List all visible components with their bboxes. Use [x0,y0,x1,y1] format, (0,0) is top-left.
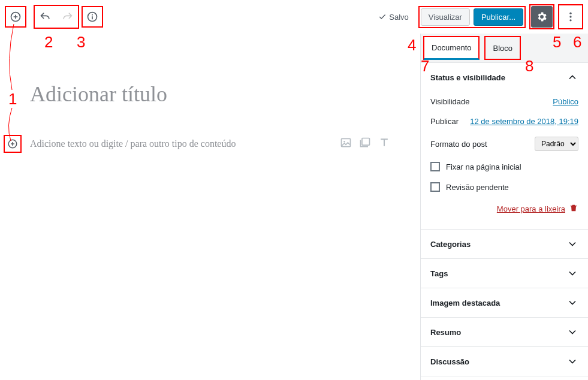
redo-icon [61,11,73,23]
panel-tags-header[interactable]: Tags [421,259,588,288]
gear-icon [536,11,548,23]
svg-point-5 [569,19,571,21]
inline-add-block-button[interactable] [4,135,22,153]
checkbox-icon [430,182,440,192]
more-options-button[interactable] [560,6,581,28]
publish-button[interactable]: Publicar... [474,8,523,26]
plus-circle-icon [7,138,18,149]
publish-date-row: Publicar 12 de setembro de 2018, 19:19 [430,111,578,131]
post-format-row: Formato do post Padrão [430,131,578,156]
trash-icon [569,203,578,215]
chevron-down-icon [566,297,578,309]
top-toolbar: Salvo Visualizar Publicar... [0,0,588,34]
trash-row: Mover para a lixeira [430,197,578,221]
svg-point-4 [569,16,571,17]
chevron-down-icon [566,326,578,338]
pending-label: Revisão pendente [446,183,509,192]
panel-excerpt: Resumo [421,318,588,347]
preview-button[interactable]: Visualizar [421,8,470,26]
default-block-row: Adicione texto ou digite / para outro ti… [30,137,390,150]
history-group [34,5,79,29]
checkbox-icon [430,162,440,171]
visibility-row: Visibilidade Público [430,92,578,111]
tab-document[interactable]: Documento [423,36,480,60]
save-status: Salvo [378,13,409,22]
editor-canvas: Adicionar título Adicione texto ou digit… [0,34,420,380]
panel-featured-title: Imagem destacada [430,298,500,307]
panel-categories-header[interactable]: Categorias [421,230,588,258]
image-block-icon[interactable] [340,137,352,150]
panel-tags-title: Tags [430,269,448,278]
panel-categories: Categorias [421,230,588,259]
panel-featured-image: Imagem destacada [421,288,588,318]
redo-button[interactable] [56,6,78,28]
plus-circle-icon [10,11,22,23]
stick-checkbox-row[interactable]: Fixar na página inicial [430,156,578,177]
panel-discussion: Discussão [421,347,588,376]
undo-button[interactable] [35,6,56,28]
chevron-down-icon [566,355,578,367]
panel-status-visibility: Status e visibilidade Visibilidade Públi… [421,63,588,230]
publish-date-link[interactable]: 12 de setembro de 2018, 19:19 [470,117,578,126]
panel-tags: Tags [421,259,588,288]
sidebar-tabs: Documento Bloco [421,34,588,63]
chevron-down-icon [566,267,578,279]
svg-rect-9 [362,138,370,146]
info-button[interactable] [82,6,103,28]
block-quick-inserters [340,137,390,150]
panel-status-body: Visibilidade Público Publicar 12 de sete… [421,92,588,229]
save-status-label: Salvo [389,13,409,22]
stick-label: Fixar na página inicial [446,162,521,171]
visibility-label: Visibilidade [430,97,470,106]
publish-date-label: Publicar [430,117,459,126]
move-to-trash-link[interactable]: Mover para a lixeira [497,204,565,213]
panel-discussion-title: Discussão [430,357,469,366]
panel-excerpt-title: Resumo [430,328,461,337]
undo-icon [40,11,52,23]
gallery-block-icon[interactable] [359,137,371,150]
settings-button[interactable] [531,6,553,28]
chevron-down-icon [566,238,578,250]
toolbar-left-group [5,5,103,29]
tab-block[interactable]: Bloco [484,36,521,60]
check-icon [378,13,387,21]
panel-status-header[interactable]: Status e visibilidade [421,63,588,92]
add-block-button[interactable] [5,6,26,28]
post-format-select[interactable]: Padrão [535,137,578,151]
panel-featured-header[interactable]: Imagem destacada [421,288,588,317]
info-icon [86,11,98,23]
panel-status-title: Status e visibilidade [430,73,505,82]
settings-sidebar: Documento Bloco Status e visibilidade Vi… [420,34,588,380]
panel-excerpt-header[interactable]: Resumo [421,318,588,346]
publish-group-box: Visualizar Publicar... [418,6,526,28]
pending-checkbox-row[interactable]: Revisão pendente [430,177,578,197]
block-placeholder-text[interactable]: Adicione texto ou digite / para outro ti… [30,138,340,149]
chevron-up-icon [566,71,578,83]
more-vertical-icon [565,11,577,23]
post-format-label: Formato do post [430,140,487,149]
panel-discussion-header[interactable]: Discussão [421,347,588,376]
more-box [558,4,583,29]
text-block-icon[interactable] [378,137,390,150]
visibility-value-link[interactable]: Público [553,97,578,106]
main-area: Adicionar título Adicione texto ou digit… [0,34,588,380]
post-title-input[interactable]: Adicionar título [30,82,390,107]
svg-point-2 [92,14,93,16]
svg-point-3 [569,13,571,14]
svg-point-8 [343,141,345,143]
settings-box [529,4,554,29]
toolbar-right-group: Salvo Visualizar Publicar... [378,4,583,29]
panel-categories-title: Categorias [430,240,471,249]
